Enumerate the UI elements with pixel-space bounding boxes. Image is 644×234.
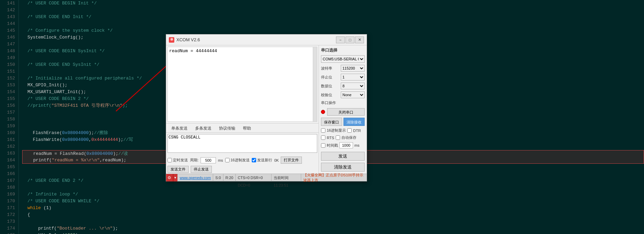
settings-dropdown-button[interactable]: ▼ [173, 174, 177, 181]
ms-label: ms [218, 158, 223, 162]
stop-send-button[interactable]: 停止发送 [191, 166, 212, 173]
hex-display-row: 16进制显示 DTR [321, 128, 365, 133]
left-panel: readNum = 44444444 单条发送 多条发送 协议传输 帮助 CSN… [166, 45, 319, 174]
serial-op-row: 关闭串口 [321, 108, 365, 116]
tab-bar: 单条发送 多条发送 协议传输 帮助 [166, 123, 319, 132]
hex-display-label: 16进制显示 [327, 128, 346, 133]
tab-multi-send[interactable]: 多条发送 [191, 124, 215, 132]
newline-checkbox[interactable] [252, 158, 256, 162]
settings-gear-button[interactable]: ⚙ [166, 174, 173, 181]
status-website[interactable]: www.openedv.com [178, 174, 214, 181]
rts-label: RTS [327, 136, 334, 140]
save-window-button[interactable]: 保存窗口 [321, 118, 342, 126]
send-area-wrapper: CSNG CLOSEALL [166, 132, 319, 155]
save-clear-row: 保存窗口 清除接收 [321, 118, 365, 126]
code-line-144 [22, 20, 644, 27]
newline-label[interactable]: 发送新行 [252, 158, 272, 163]
status-bar: ⚙ ▼ www.openedv.com S:0 R:20 CTS=0 DSR=0… [166, 174, 367, 181]
period-label-text: 周期: [190, 158, 199, 163]
code-line-174: printf("BootLoader ... \r\n"); [22, 225, 644, 232]
status-cts-dsr: CTS=0 DSR=0 DCD=0 [236, 174, 272, 181]
hex-send-checkbox[interactable] [225, 158, 230, 162]
hex-display-checkbox[interactable] [321, 128, 325, 133]
auto-save-label: 自动保存 [341, 135, 356, 140]
rts-autosave-row: RTS 自动保存 [321, 135, 365, 140]
code-line-143: /* USER CODE END Init */ [22, 14, 644, 20]
close-port-button[interactable]: 关闭串口 [327, 108, 365, 116]
dtr-checkbox[interactable] [347, 128, 352, 133]
code-line-168 [22, 184, 644, 191]
send-textarea[interactable]: CSNG CLOSEALL [167, 134, 317, 153]
status-port: S:0 [213, 174, 223, 181]
newline-text: 发送新行 [257, 158, 272, 163]
ok-label: 0K [274, 158, 279, 162]
hex-send-label[interactable]: 16进制发送 [225, 158, 250, 163]
serial-select-title: 串口选择 [321, 47, 365, 53]
code-line-173 [22, 218, 644, 225]
code-line-169: /* Infinite loop */ [22, 191, 644, 198]
dialog-titlebar: 串 XCOM V2.6 − □ ✕ [166, 34, 367, 45]
line-numbers: 141 142 143 144 145 146 147 148 149 150 … [0, 0, 19, 234]
receive-text: readNum = 44444444 [169, 48, 217, 54]
baud-rate-label: 波特率 [321, 66, 332, 71]
code-line-141: /* USER CODE BEGIN Init */ [22, 0, 644, 7]
send-button[interactable]: 发送 [321, 152, 365, 161]
xcom-dialog: 串 XCOM V2.6 − □ ✕ readNum = 44444444 单条发… [166, 34, 367, 181]
stop-bit-label: 停止位 [321, 75, 332, 80]
timestamp-ms: ms [354, 143, 360, 147]
receive-area: readNum = 44444444 [168, 47, 313, 121]
send-bottom-controls: 定时发送 周期: ms 16进制发送 发送新行 0K 打开文件 发送文件 停止发… [166, 155, 319, 174]
rts-checkbox[interactable] [321, 135, 325, 140]
dialog-title-text: XCOM V2.6 [176, 37, 200, 42]
auto-save-checkbox[interactable] [336, 135, 340, 140]
close-button[interactable]: ✕ [355, 36, 364, 43]
code-line-170: /* USER CODE BEGIN WHILE */ [22, 198, 644, 205]
maximize-button[interactable]: □ [346, 36, 354, 43]
open-file-button[interactable]: 打开文件 [281, 157, 302, 164]
status-time-label: 当前时间 11:23:51 [272, 174, 301, 181]
timestamp-input[interactable] [339, 142, 353, 148]
parity-select[interactable]: None [341, 91, 365, 98]
timestamp-row: 时间戳 ms [321, 142, 365, 148]
status-advertisement[interactable]: 【火爆全网】正点原子DS100手持示波器上市 [301, 173, 367, 183]
data-bit-row: 数据位 8 [321, 83, 365, 89]
code-line-172: { [22, 211, 644, 218]
receive-scrollbar[interactable] [313, 47, 317, 121]
timestamp-label: 时间戳 [327, 143, 338, 148]
dtr-label: DTR [353, 129, 361, 133]
send-file-button[interactable]: 发送文件 [167, 166, 189, 173]
tab-single-send[interactable]: 单条发送 [167, 124, 191, 132]
dialog-body: readNum = 44444444 单条发送 多条发送 协议传输 帮助 CSN… [166, 45, 367, 174]
tab-protocol[interactable]: 协议传输 [215, 124, 239, 132]
timestamp-checkbox[interactable] [321, 143, 325, 148]
code-line-145: /* Configure the system clock */ [22, 27, 644, 34]
clear-receive-button[interactable]: 清除接收 [343, 118, 365, 126]
period-input[interactable] [201, 157, 216, 163]
hex-send-text: 16进制发送 [231, 158, 250, 163]
code-line-142 [22, 7, 644, 14]
baud-rate-select[interactable]: 115200 [341, 65, 365, 72]
tab-help[interactable]: 帮助 [239, 124, 255, 132]
parity-row: 校验位 None [321, 91, 365, 98]
data-bit-select[interactable]: 8 [341, 83, 365, 89]
dialog-title-left: 串 XCOM V2.6 [169, 37, 200, 43]
data-bit-label: 数据位 [321, 84, 332, 89]
parity-label: 校验位 [321, 92, 332, 98]
stop-bit-select[interactable]: 1 [341, 74, 365, 81]
code-line-171: while (1) [22, 205, 644, 211]
baud-rate-row: 波特率 115200 [321, 65, 365, 72]
right-panel: 串口选择 COM5:USB-SERIAL CH34C 波特率 115200 停止… [319, 45, 367, 174]
serial-status-dot [321, 110, 325, 114]
timer-send-checkbox[interactable] [167, 158, 172, 162]
minimize-button[interactable]: − [336, 36, 345, 43]
xcom-app-icon: 串 [169, 37, 174, 43]
dialog-controls: − □ ✕ [336, 36, 364, 43]
receive-wrapper: readNum = 44444444 [167, 47, 317, 122]
serial-port-select[interactable]: COM5:USB-SERIAL CH34C [321, 55, 365, 63]
serial-op-label: 串口操作 [321, 100, 365, 105]
clear-send-button[interactable]: 清除发送 [321, 163, 365, 172]
status-receive: R:20 [223, 174, 236, 181]
code-line-175: HAL_Delay(1000); [22, 232, 644, 234]
timer-send-label[interactable]: 定时发送 [167, 158, 188, 163]
stop-bit-row: 停止位 1 [321, 74, 365, 81]
